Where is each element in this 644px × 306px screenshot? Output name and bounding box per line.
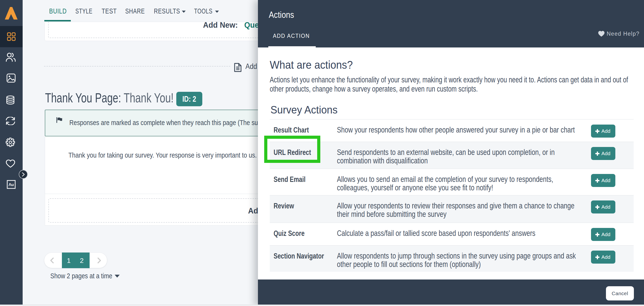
svg-text:Λu: Λu bbox=[9, 182, 14, 187]
